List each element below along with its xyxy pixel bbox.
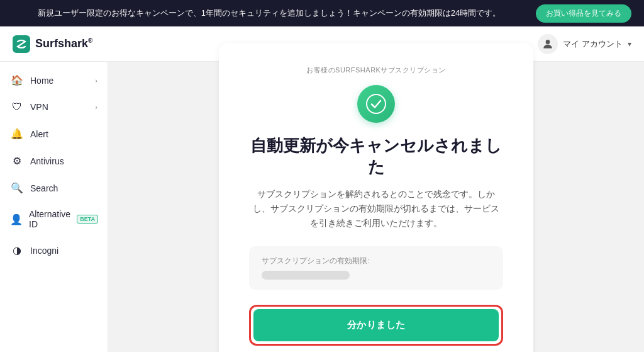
checkmark-svg <box>366 94 386 114</box>
alternative-id-icon: 👤 <box>10 213 23 225</box>
card-subtitle: お客様のSURFSHARKサブスクリプション <box>249 65 503 75</box>
search-icon: 🔍 <box>10 182 24 194</box>
main-layout: 🏠 Home › 🛡 VPN › 🔔 Alert ⚙ Antivirus 🔍 S… <box>0 62 644 352</box>
sidebar-label-alert: Alert <box>30 129 97 139</box>
sidebar-item-search[interactable]: 🔍 Search <box>0 174 108 202</box>
cancellation-card: お客様のSURFSHARKサブスクリプション 自動更新が今キャンセルされました … <box>219 43 533 352</box>
user-icon <box>541 38 554 50</box>
subscription-box: サブスクリプションの有効期限: <box>249 246 503 290</box>
account-label: マイ アカウント <box>563 38 623 50</box>
sidebar-item-incogni[interactable]: ◑ Incogni <box>0 237 108 264</box>
subscription-expiry-value <box>262 271 350 280</box>
chevron-right-icon-vpn: › <box>95 103 97 111</box>
check-circle-icon <box>357 85 395 123</box>
home-icon: 🏠 <box>10 74 24 86</box>
top-banner: 新規ユーザー限定のお得なキャンペーンで、1年間のセキュリティを追加しましょう！キ… <box>0 0 644 26</box>
account-icon <box>538 34 558 54</box>
sidebar-label-alternative-id: Alternative ID <box>29 209 70 229</box>
logo-text: Surfshark® <box>35 37 92 50</box>
confirm-button-wrapper: 分かりました <box>249 305 503 346</box>
sidebar-label-incogni: Incogni <box>30 246 97 256</box>
alert-icon: 🔔 <box>10 128 24 140</box>
chevron-down-icon: ▾ <box>628 40 631 48</box>
sidebar-item-home[interactable]: 🏠 Home › <box>0 67 108 94</box>
sidebar-item-alert[interactable]: 🔔 Alert <box>0 120 108 147</box>
beta-badge: BETA <box>77 215 98 224</box>
chevron-right-icon: › <box>95 77 97 84</box>
subscription-expiry-label: サブスクリプションの有効期限: <box>262 256 491 266</box>
sidebar-label-vpn: VPN <box>30 102 89 112</box>
main-content: お客様のSURFSHARKサブスクリプション 自動更新が今キャンセルされました … <box>108 62 644 352</box>
sidebar-label-search: Search <box>30 183 97 193</box>
account-menu[interactable]: マイ アカウント ▾ <box>538 34 631 54</box>
sidebar-item-antivirus[interactable]: ⚙ Antivirus <box>0 147 108 174</box>
sidebar-label-home: Home <box>30 76 89 86</box>
surfshark-logo-icon <box>13 35 30 53</box>
sidebar-item-vpn[interactable]: 🛡 VPN › <box>0 94 108 120</box>
logo: Surfshark® <box>13 35 92 53</box>
antivirus-icon: ⚙ <box>10 155 24 167</box>
card-title: 自動更新が今キャンセルされました <box>249 135 503 178</box>
confirm-button[interactable]: 分かりました <box>253 309 499 341</box>
svg-point-1 <box>546 40 550 44</box>
sidebar-label-antivirus: Antivirus <box>30 156 97 166</box>
sidebar-item-alternative-id[interactable]: 👤 Alternative ID BETA <box>0 202 108 237</box>
card-description: サブスクリプションを解約されるとのことで残念です。しかし、サブスクリプションの有… <box>249 188 503 231</box>
sidebar: 🏠 Home › 🛡 VPN › 🔔 Alert ⚙ Antivirus 🔍 S… <box>0 62 108 352</box>
svg-point-2 <box>367 94 386 113</box>
banner-text: 新規ユーザー限定のお得なキャンペーンで、1年間のセキュリティを追加しましょう！キ… <box>13 8 526 19</box>
banner-cta-button[interactable]: お買い得品を見てみる <box>536 4 631 23</box>
incogni-icon: ◑ <box>10 244 24 256</box>
vpn-icon: 🛡 <box>10 101 24 113</box>
